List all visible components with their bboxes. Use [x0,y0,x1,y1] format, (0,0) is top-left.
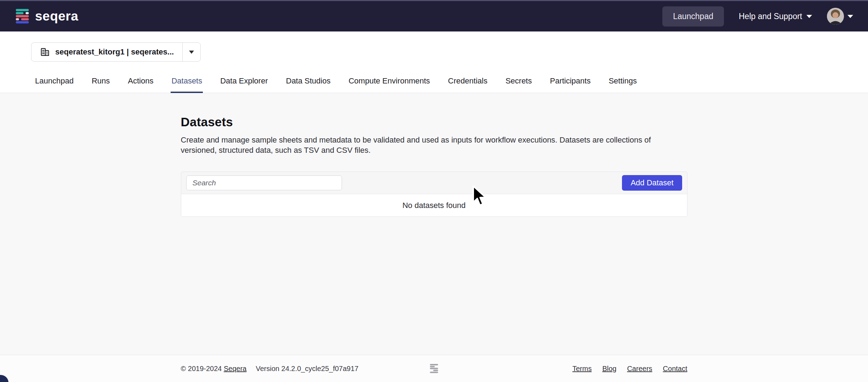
tab-data-explorer[interactable]: Data Explorer [219,71,269,93]
page-description: Create and manage sample sheets and meta… [181,135,687,155]
contact-link[interactable]: Contact [663,365,687,373]
copyright-years: © 2019-2024 [181,365,222,372]
footer-links: Terms Blog Careers Contact [572,365,687,373]
tab-participants[interactable]: Participants [549,71,591,93]
workspace-tab-bar: Launchpad Runs Actions Datasets Data Exp… [0,71,868,93]
tab-secrets[interactable]: Secrets [505,71,533,93]
top-navbar: seqera Launchpad Help and Support [0,0,868,31]
empty-state-row: No datasets found [181,194,687,216]
terms-link[interactable]: Terms [572,365,592,373]
navbar-right-group: Launchpad Help and Support [662,6,853,27]
launchpad-button[interactable]: Launchpad [662,6,724,27]
datasets-card-toolbar: Add Dataset [181,172,687,194]
seqera-footer-mark-icon [429,363,439,376]
tab-credentials[interactable]: Credentials [447,71,488,93]
footer-left-group: © 2019-2024 Seqera Version 24.2.0_cycle2… [181,365,359,373]
workspace-selector-label: seqeratest_kitorg1 | seqerates... [55,47,174,57]
caret-down-icon [847,15,853,18]
careers-link[interactable]: Careers [627,365,652,373]
seqera-logo-icon [15,8,30,24]
workspace-selector-caret[interactable] [183,43,200,61]
caret-down-icon [189,51,194,54]
tab-launchpad[interactable]: Launchpad [34,71,74,93]
version-text: Version 24.2.0_cycle25_f07a917 [256,365,359,373]
tab-compute-environments[interactable]: Compute Environments [348,71,431,93]
logo-wordmark: seqera [35,9,78,24]
copyright-text: © 2019-2024 Seqera [181,365,247,373]
help-and-support-menu[interactable]: Help and Support [739,12,812,21]
footer: © 2019-2024 Seqera Version 24.2.0_cycle2… [0,355,868,382]
search-input[interactable] [186,175,342,190]
blog-link[interactable]: Blog [602,365,616,373]
tab-settings[interactable]: Settings [608,71,638,93]
add-dataset-button[interactable]: Add Dataset [622,175,682,191]
user-avatar-menu[interactable] [827,8,853,25]
workspace-selector[interactable]: seqeratest_kitorg1 | seqerates... [31,42,201,62]
tab-datasets[interactable]: Datasets [171,71,203,93]
seqera-logo[interactable]: seqera [15,8,78,24]
tab-data-studios[interactable]: Data Studios [285,71,331,93]
datasets-card: Add Dataset No datasets found [181,172,687,217]
empty-state-message: No datasets found [402,201,466,210]
workspace-selector-main: seqeratest_kitorg1 | seqerates... [32,43,182,61]
help-menu-label: Help and Support [739,12,802,21]
datasets-page: Datasets Create and manage sample sheets… [181,93,687,217]
tab-runs[interactable]: Runs [91,71,110,93]
page-title: Datasets [181,115,687,129]
seqera-company-link[interactable]: Seqera [224,365,247,372]
caret-down-icon [806,15,812,18]
tab-actions[interactable]: Actions [127,71,154,93]
organization-icon [40,47,50,57]
chat-widget-bubble[interactable] [0,375,8,382]
avatar [827,8,844,25]
header-band: seqeratest_kitorg1 | seqerates... Launch… [0,31,868,93]
